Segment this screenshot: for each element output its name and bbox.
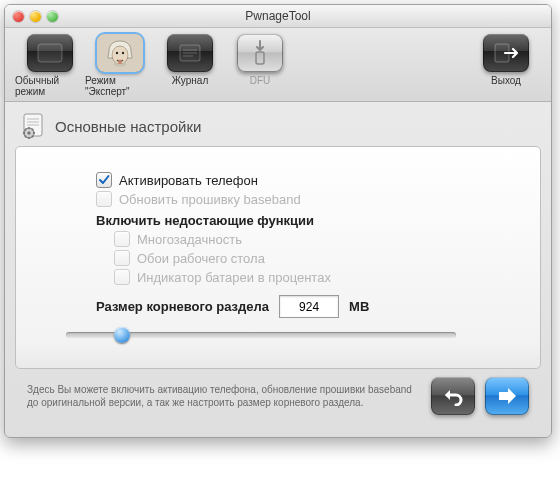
hint-text: Здесь Вы можете включить активацию телеф… [27, 383, 421, 409]
section-header: Основные настройки [15, 112, 541, 146]
next-button[interactable] [485, 377, 529, 415]
simple-mode-icon [27, 34, 73, 72]
toolbar-label: Режим "Эксперт" [85, 75, 155, 97]
svg-point-3 [116, 52, 118, 54]
titlebar: PwnageTool [5, 5, 551, 28]
app-window: PwnageTool Обычный режим [4, 4, 552, 438]
checkbox-unchecked-icon [96, 191, 112, 207]
root-partition-slider[interactable] [66, 332, 456, 338]
toolbar-label: Обычный режим [15, 75, 85, 97]
log-icon [167, 34, 213, 72]
toolbar-item-expert-mode[interactable]: Режим "Эксперт" [85, 34, 155, 97]
svg-point-4 [122, 52, 124, 54]
toolbar-item-exit[interactable]: Выход [471, 34, 541, 86]
exit-icon [483, 34, 529, 72]
option-wallpapers: Обои рабочего стола [114, 250, 500, 266]
svg-rect-0 [38, 44, 62, 62]
option-label: Обои рабочего стола [137, 251, 265, 266]
root-partition-unit: MB [349, 299, 369, 314]
slider-track [66, 332, 456, 338]
checkbox-unchecked-icon [114, 269, 130, 285]
checkbox-checked-icon [96, 172, 112, 188]
checkbox-unchecked-icon [114, 250, 130, 266]
option-label: Индикатор батареи в процентах [137, 270, 331, 285]
option-label: Активировать телефон [119, 173, 258, 188]
toolbar-label: Выход [491, 75, 521, 86]
window-title: PwnageTool [5, 9, 551, 23]
option-update-baseband: Обновить прошивку baseband [96, 191, 500, 207]
svg-rect-10 [256, 52, 264, 64]
footer: Здесь Вы можете включить активацию телеф… [15, 369, 541, 427]
svg-point-17 [27, 131, 30, 134]
toolbar-label: DFU [250, 75, 271, 86]
option-activate-phone[interactable]: Активировать телефон [96, 172, 500, 188]
svg-line-22 [25, 129, 26, 130]
content: Основные настройки Активировать телефон … [15, 112, 541, 427]
option-label: Обновить прошивку baseband [119, 192, 301, 207]
settings-page-icon [19, 112, 47, 140]
toolbar: Обычный режим Режим "Эксперт" [5, 28, 551, 102]
slider-knob-icon[interactable] [114, 327, 130, 343]
undo-arrow-icon [442, 386, 464, 406]
minimize-icon[interactable] [30, 11, 41, 22]
root-partition-row: Размер корневого раздела MB [96, 295, 500, 318]
root-partition-input[interactable] [279, 295, 339, 318]
arrow-right-icon [496, 386, 518, 406]
settings-panel: Активировать телефон Обновить прошивку b… [15, 146, 541, 369]
svg-line-24 [32, 129, 33, 130]
einstein-icon [97, 34, 143, 72]
svg-point-5 [118, 60, 121, 65]
svg-line-23 [32, 136, 33, 137]
svg-line-25 [25, 136, 26, 137]
enable-missing-heading: Включить недостающие функции [96, 213, 500, 228]
traffic-lights [13, 11, 58, 22]
option-label: Многозадачность [137, 232, 242, 247]
option-battery-percent: Индикатор батареи в процентах [114, 269, 500, 285]
toolbar-item-log[interactable]: Журнал [155, 34, 225, 86]
root-partition-label: Размер корневого раздела [96, 299, 269, 314]
checkbox-unchecked-icon [114, 231, 130, 247]
dfu-icon [237, 34, 283, 72]
close-icon[interactable] [13, 11, 24, 22]
toolbar-item-simple-mode[interactable]: Обычный режим [15, 34, 85, 97]
back-button[interactable] [431, 377, 475, 415]
option-multitasking: Многозадачность [114, 231, 500, 247]
toolbar-label: Журнал [172, 75, 209, 86]
zoom-icon[interactable] [47, 11, 58, 22]
section-title: Основные настройки [55, 118, 201, 135]
toolbar-item-dfu[interactable]: DFU [225, 34, 295, 86]
